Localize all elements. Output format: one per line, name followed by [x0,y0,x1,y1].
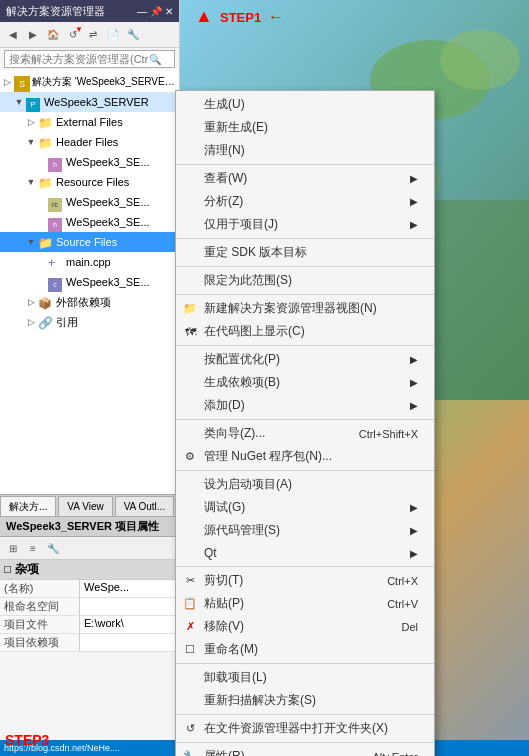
solution-label: 解决方案 'WeSpeek3_SERVER'(1 个项目) [32,73,179,91]
menu-qt[interactable]: Qt ▶ [176,542,434,564]
menu-show-map[interactable]: 🗺 在代码图上显示(C) [176,320,434,343]
properties-group: □ 杂项 [0,560,179,580]
expand-icon: ▼ [24,175,38,189]
sep1 [176,164,434,165]
props-key-name: (名称) [0,580,80,597]
expand-icon: ▷ [24,295,38,309]
sep4 [176,294,434,295]
search-input[interactable] [9,53,149,65]
props-btn1[interactable]: ⊞ [4,539,22,557]
props-btn3[interactable]: 🔧 [44,539,62,557]
header-file-item[interactable]: h WeSpeek3_SE... [0,152,179,172]
search-bar: 🔍 [4,50,175,68]
ref-icon: 🔗 [38,314,54,330]
menu-rescan[interactable]: 重新扫描解决方案(S) [176,689,434,712]
references-label: 引用 [56,313,78,331]
ext-deps-label: 外部依赖项 [56,293,111,311]
menu-source-control[interactable]: 源代码管理(S) ▶ [176,519,434,542]
sync-button[interactable]: ⇌ [84,26,102,44]
menu-analyze[interactable]: 分析(Z) ▶ [176,190,434,213]
title-bar: 解决方案资源管理器 — 📌 ✕ [0,0,179,22]
main-cpp-item[interactable]: + main.cpp [0,252,179,272]
menu-cut[interactable]: ✂ 剪切(T) Ctrl+X [176,569,434,592]
menu-clean[interactable]: 清理(N) [176,139,434,162]
props-key-ns: 根命名空间 [0,598,80,615]
properties-toolbar: ⊞ ≡ 🔧 [0,537,179,560]
submenu-arrow: ▶ [410,173,418,184]
step1-arrow: ▲ [195,6,213,27]
back-button[interactable]: ◀ [4,26,22,44]
cut-shortcut: Ctrl+X [367,575,418,587]
menu-build-deps[interactable]: 生成依赖项(B) ▶ [176,371,434,394]
props-val-ns [80,598,179,615]
menu-rebuild[interactable]: 重新生成(E) [176,116,434,139]
menu-class-wizard[interactable]: 类向导(Z)... Ctrl+Shift+X [176,422,434,445]
expand-icon: ▼ [24,235,38,249]
home-button[interactable]: 🏠 [44,26,62,44]
resource-h-file-item[interactable]: h WeSpeek3_SE... [0,212,179,232]
menu-new-view[interactable]: 📁 新建解决方案资源管理器视图(N) [176,297,434,320]
rebuild-icon [182,120,198,136]
menu-config-opt[interactable]: 按配置优化(P) ▶ [176,348,434,371]
sep6 [176,419,434,420]
project-node[interactable]: ▼ P WeSpeek3_SERVER [0,92,179,112]
sep9 [176,663,434,664]
menu-properties[interactable]: 🔧 属性(R) Alt+Enter [176,745,434,756]
header-files-label: Header Files [56,133,118,151]
build-icon [182,97,198,113]
menu-nuget[interactable]: ⚙ 管理 NuGet 程序包(N)... [176,445,434,468]
menu-debug[interactable]: 调试(G) ▶ [176,496,434,519]
menu-paste[interactable]: 📋 粘贴(P) Ctrl+V [176,592,434,615]
menu-build[interactable]: 生成(U) [176,93,434,116]
props-btn2[interactable]: ≡ [24,539,42,557]
submenu-arrow4: ▶ [410,354,418,365]
h-file-icon: h [48,154,64,170]
menu-unload[interactable]: 卸载项目(L) [176,666,434,689]
resource-files-folder[interactable]: ▼ 📁 Resource Files [0,172,179,192]
step1-label: STEP1 ← [220,8,284,26]
solution-node[interactable]: ▷ S 解决方案 'WeSpeek3_SERVER'(1 个项目) [0,72,179,92]
references-item[interactable]: ▷ 🔗 引用 [0,312,179,332]
pin-icon[interactable]: 📌 [150,6,162,17]
settings-button[interactable]: 🔧 [124,26,142,44]
menu-set-startup[interactable]: 设为启动项目(A) [176,473,434,496]
menu-rename[interactable]: ☐ 重命名(M) [176,638,434,661]
menu-scope[interactable]: 限定为此范围(S) [176,269,434,292]
submenu-arrow8: ▶ [410,525,418,536]
props-val-deps [80,634,179,651]
minimize-icon[interactable]: — [137,6,147,17]
close-icon[interactable]: ✕ [165,6,173,17]
remove-icon: ✗ [182,619,198,635]
refresh-button[interactable]: ↺ ▼ [64,26,82,44]
h-file-icon2: h [48,214,64,230]
cpp-file-icon2: c [48,274,64,290]
ext-deps-item[interactable]: ▷ 📦 外部依赖项 [0,292,179,312]
external-files-folder[interactable]: ▷ 📁 External Files [0,112,179,132]
menu-open-folder[interactable]: ↺ 在文件资源管理器中打开文件夹(X) [176,717,434,740]
rc-file-label: WeSpeek3_SE... [66,193,150,211]
props-val-name: WeSpe... [80,580,179,597]
menu-project-only[interactable]: 仅用于项目(J) ▶ [176,213,434,236]
menu-add[interactable]: 添加(D) ▶ [176,394,434,417]
clean-icon [182,143,198,159]
properties-title: WeSpeek3_SERVER 项目属性 [0,517,179,537]
source-files-folder[interactable]: ▼ 📁 Source Files [0,232,179,252]
tab-va-view[interactable]: VA View [58,496,112,516]
submenu-arrow6: ▶ [410,400,418,411]
rc-file-item[interactable]: rc WeSpeek3_SE... [0,192,179,212]
submenu-arrow3: ▶ [410,219,418,230]
new-file-button[interactable]: 📄 [104,26,122,44]
title-text: 解决方案资源管理器 [6,4,105,19]
properties-icon: 🔧 [182,749,198,757]
menu-view[interactable]: 查看(W) ▶ [176,167,434,190]
wespeek-cpp-item[interactable]: c WeSpeek3_SE... [0,272,179,292]
context-menu: 生成(U) 重新生成(E) 清理(N) 查看(W) ▶ 分析(Z) ▶ 仅用于项… [175,90,435,756]
tab-solution[interactable]: 解决方... [0,496,56,516]
header-files-folder[interactable]: ▼ 📁 Header Files [0,132,179,152]
tab-va-outline[interactable]: VA Outl... [115,496,175,516]
menu-remove[interactable]: ✗ 移除(V) Del [176,615,434,638]
expand-icon: ▷ [24,115,38,129]
sep11 [176,742,434,743]
forward-button[interactable]: ▶ [24,26,42,44]
menu-retarget[interactable]: 重定 SDK 版本目标 [176,241,434,264]
